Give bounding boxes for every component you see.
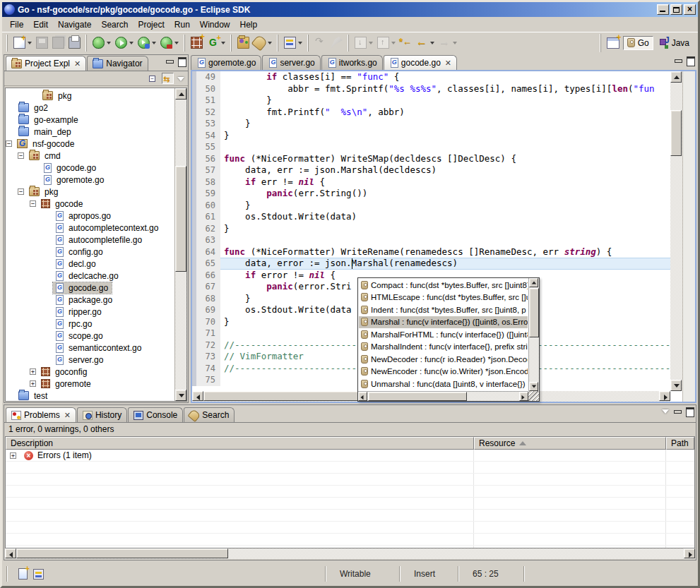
scroll-thumb[interactable] [16,548,228,558]
line-number[interactable]: 69 [192,304,220,316]
mark-occurrences-status-icon[interactable] [33,569,44,580]
line-number[interactable]: 52 [192,107,220,119]
line-number[interactable]: 65 [192,258,220,270]
scroll-left-icon[interactable] [192,391,203,401]
tree-item-test[interactable]: test [6,390,174,401]
tree-item-go2[interactable]: go2 [6,102,174,114]
code-line-50[interactable]: 50 abbr = fmt.Sprintf("%s %s%s", classes… [192,83,670,95]
code-line-62[interactable]: 62} [192,223,670,235]
tree-item-goremote[interactable]: +goremote [6,378,174,390]
bottom-tab-problems[interactable]: Problems✕ [6,407,76,422]
title-bar[interactable]: Go - nsf-gocode/src/pkg/gocode/gocode.go… [2,2,698,17]
collapse-icon[interactable]: − [18,152,24,159]
code-line-51[interactable]: 51 } [192,95,670,107]
code-line-60[interactable]: 60 } [192,200,670,212]
scroll-down-icon[interactable] [175,390,186,401]
tree-item-nsf-gocode[interactable]: −nsf-gocode [6,138,174,150]
dropdown-arrow-icon[interactable] [453,42,457,44]
tree-item-content[interactable]: semanticcontext.go [53,342,145,354]
scroll-down-icon[interactable] [670,380,682,391]
debug-button[interactable] [90,35,113,51]
editor-tab-itworks-go[interactable]: itworks.go [321,55,383,70]
code-line-57[interactable]: 57 data, err := json.Marshal(decldescs) [192,164,670,176]
menu-window[interactable]: Window [195,18,235,31]
code-line-55[interactable]: 55 [192,141,670,153]
tree-item-config-go[interactable]: config.go [6,246,174,258]
tree-item-gocode-go[interactable]: gocode.go [6,162,174,174]
line-number[interactable]: 64 [192,246,220,258]
problems-minimize-icon[interactable] [673,407,682,415]
line-number[interactable]: 71 [192,328,220,340]
tree-item-content[interactable]: gocode [40,198,86,210]
problems-maximize-icon[interactable] [685,407,694,415]
menu-navigate[interactable]: Navigate [53,18,96,31]
autocomplete-list[interactable]: Compact : func(dst *bytes.Buffer, src []… [359,279,528,390]
line-number[interactable]: 68 [192,293,220,305]
tree-item-content[interactable]: main_dep [17,126,75,138]
link-with-editor-icon[interactable]: ⇆ [162,73,174,84]
dropdown-arrow-icon[interactable] [129,42,134,44]
line-number[interactable]: 61 [192,211,220,223]
editor-tab-goremote-go[interactable]: goremote.go [191,55,261,70]
save-button[interactable] [34,35,50,51]
next-ann-button[interactable] [352,35,375,51]
tree-item-content[interactable]: scope.go [53,330,107,342]
code-line-58[interactable]: 58 if err != nil { [192,176,670,188]
tree-item-content[interactable]: cmd [28,150,64,162]
scroll-up-icon[interactable] [175,88,186,100]
minimize-button[interactable] [657,4,669,15]
line-number[interactable]: 57 [192,164,220,176]
column-description[interactable]: Description [6,437,474,450]
print-button[interactable] [66,35,83,51]
dropdown-arrow-icon[interactable] [369,42,373,44]
search-button[interactable] [251,35,274,51]
tree-item-goremote-go[interactable]: goremote.go [6,174,174,186]
line-number[interactable]: 55 [192,141,220,153]
tree-item-go-example[interactable]: go-example [6,114,174,126]
bottom-tab-history[interactable]: History [77,407,127,422]
tree-item-content[interactable]: package.go [53,294,116,306]
line-number[interactable]: 51 [192,95,220,107]
tree-item-package-go[interactable]: package.go [6,294,174,306]
menu-run[interactable]: Run [170,18,195,31]
tree-item-content[interactable]: pkg [28,186,61,198]
tree-item-content[interactable]: gocode.go [41,162,100,174]
redo-button[interactable] [328,35,345,51]
fast-view-icon[interactable] [18,568,28,580]
tree-item-ripper-go[interactable]: ripper.go [6,306,174,318]
line-number[interactable]: 50 [192,83,220,95]
tree-item-content[interactable]: ripper.go [53,306,105,318]
line-number[interactable]: 70 [192,316,220,328]
completion-item-newencoder[interactable]: NewEncoder : func(w io.Writer) *json.Enc… [359,366,528,378]
scroll-thumb[interactable] [529,288,539,337]
undo-button[interactable] [312,35,328,51]
tree-item-content[interactable]: server.go [53,354,107,366]
menu-file[interactable]: File [5,18,28,31]
close-button[interactable]: × [684,4,696,15]
expand-icon[interactable]: + [30,380,36,387]
run-tool-button[interactable] [136,35,158,51]
tree-item-server-go[interactable]: server.go [6,354,174,366]
bottom-tab-console[interactable]: Console [128,407,183,422]
popup-resize-grip[interactable] [528,391,539,401]
tree-item-cmd[interactable]: −cmd [6,150,174,162]
tree-item-gocode-go[interactable]: gocode.go [6,282,174,294]
tree-item-pkg[interactable]: −pkg [6,186,174,198]
completion-item-marshalforhtml[interactable]: MarshalForHTML : func(v interface{}) ([]… [359,328,528,341]
tree-item-content[interactable]: declcache.go [53,270,122,282]
close-tab-icon[interactable]: ✕ [64,411,71,420]
code-line-64[interactable]: 64func (*NiceFormatter) WriteRename(rena… [192,246,670,258]
tree-item-content[interactable]: decl.go [53,258,100,270]
completion-item-htmlescape[interactable]: HTMLEscape : func(dst *bytes.Buffer, src… [359,292,528,304]
close-tab-icon[interactable]: ✕ [74,59,81,68]
tree-item-content[interactable]: config.go [53,246,107,258]
collapse-icon[interactable]: − [6,140,12,147]
tree-item-goconfig[interactable]: +goconfig [6,366,174,378]
project-tree[interactable]: pkggo2go-examplemain_dep−nsf-gocode−cmdg… [6,88,174,401]
prev-ann-button[interactable] [375,35,398,51]
popup-vertical-scrollbar[interactable] [528,278,539,391]
scroll-left-icon[interactable] [358,392,367,401]
menu-search[interactable]: Search [96,18,133,31]
code-line-56[interactable]: 56func (*NiceFormatter) WriteSMap(declde… [192,153,670,165]
tree-item-content[interactable]: pkg [41,90,75,102]
